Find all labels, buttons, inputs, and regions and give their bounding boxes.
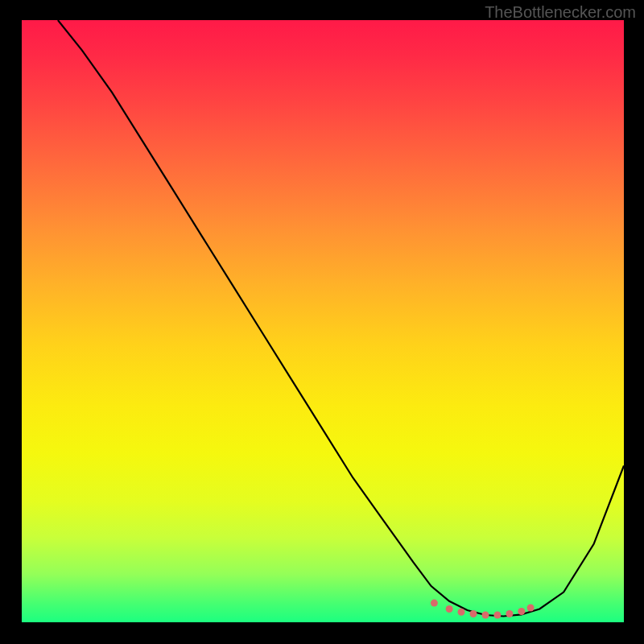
highlight-dot	[470, 610, 477, 617]
highlight-dot	[506, 610, 513, 617]
highlight-dot	[518, 608, 525, 615]
highlight-dot	[446, 605, 453, 613]
highlight-dot	[482, 612, 489, 619]
highlight-dot	[527, 605, 535, 612]
highlight-dot	[431, 600, 438, 607]
optimal-range-markers	[22, 20, 624, 622]
highlight-dot	[458, 609, 465, 616]
highlight-dot	[493, 612, 501, 619]
watermark-text: TheBottlenecker.com	[485, 3, 636, 22]
chart-plot-area	[22, 20, 624, 622]
